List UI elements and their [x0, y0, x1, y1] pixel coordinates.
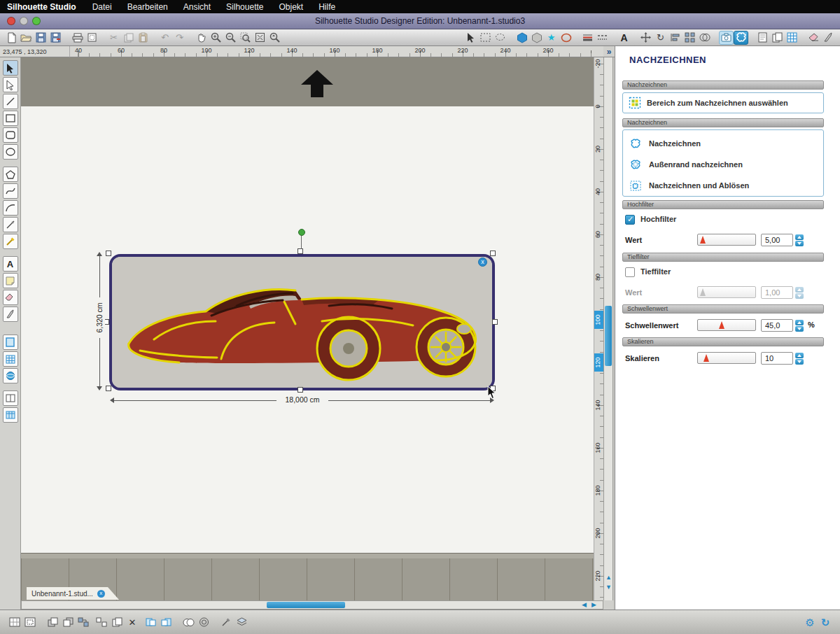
- rounded-rectangle-tool[interactable]: [3, 127, 18, 143]
- vertical-scrollbar[interactable]: ▲ ▼: [603, 57, 613, 600]
- hochfilter-checkbox[interactable]: [625, 215, 635, 225]
- effects-panel-button[interactable]: ★: [544, 31, 559, 45]
- trace-outer-edge-button[interactable]: Außenrand nachzeichnen: [630, 155, 816, 174]
- send-to-silhouette-button[interactable]: [3, 368, 18, 383]
- vertical-scrollbar-thumb[interactable]: [605, 306, 612, 366]
- library-grid-button[interactable]: [3, 407, 18, 423]
- copy-style-button[interactable]: [143, 615, 158, 629]
- shadow-panel-button[interactable]: [559, 31, 573, 45]
- ellipse-tool[interactable]: [3, 144, 18, 160]
- paste-button[interactable]: [136, 31, 150, 45]
- grid-panel-button[interactable]: [785, 31, 799, 45]
- rectangle-select-button[interactable]: [478, 31, 493, 45]
- save-as-button[interactable]: [48, 31, 63, 45]
- horizontal-scrollbar-thumb[interactable]: [267, 602, 345, 608]
- window-split-button[interactable]: [3, 390, 18, 406]
- selection-handle-e[interactable]: [492, 319, 498, 325]
- print-button[interactable]: [70, 31, 85, 45]
- selection-handle-ne[interactable]: [490, 251, 496, 256]
- arc-tool[interactable]: [3, 200, 18, 216]
- skalieren-slider[interactable]: [697, 352, 756, 364]
- tab-close-button[interactable]: x: [97, 590, 105, 598]
- replicate-panel-button[interactable]: [682, 31, 697, 45]
- menu-ansicht[interactable]: Ansicht: [176, 2, 218, 12]
- slider-marker[interactable]: [719, 321, 724, 329]
- menu-silhouette[interactable]: Silhouette: [218, 2, 271, 12]
- knife-button[interactable]: [821, 31, 836, 45]
- skalieren-field[interactable]: 10: [761, 352, 793, 365]
- eraser-button[interactable]: [806, 31, 821, 45]
- to-back-button[interactable]: [60, 615, 76, 629]
- hochfilter-wert-slider[interactable]: [697, 234, 756, 246]
- zoom-selection-button[interactable]: [238, 31, 253, 45]
- selected-image-frame[interactable]: [109, 254, 495, 390]
- preferences-gear-icon[interactable]: ⚙: [802, 615, 818, 629]
- delete-button[interactable]: ✕: [125, 615, 140, 629]
- group-button[interactable]: [76, 615, 91, 629]
- stepper-down-button[interactable]: [795, 241, 804, 246]
- pixscan-panel-button[interactable]: [719, 31, 734, 45]
- select-trace-area-button[interactable]: Bereich zum Nachzeichnen auswählen: [622, 92, 824, 113]
- panel-expand-button[interactable]: »: [603, 46, 615, 57]
- scroll-down-button[interactable]: ▼: [606, 584, 612, 591]
- select-all-button[interactable]: [7, 615, 22, 629]
- slider-marker[interactable]: [704, 354, 709, 362]
- layers-button[interactable]: [234, 615, 249, 629]
- note-tool[interactable]: [3, 273, 18, 288]
- trace-button[interactable]: Nachzeichnen: [630, 134, 816, 153]
- to-front-button[interactable]: [45, 615, 60, 629]
- fit-to-page-button[interactable]: [253, 31, 267, 45]
- rotation-handle[interactable]: [298, 229, 305, 236]
- line-color-panel-button[interactable]: [529, 31, 544, 45]
- ungroup-button[interactable]: [94, 615, 109, 629]
- selection-handle-s[interactable]: [298, 387, 303, 393]
- menu-hilfe[interactable]: Hilfe: [311, 2, 343, 12]
- schwellenwert-slider[interactable]: [697, 319, 756, 331]
- drag-zoom-button[interactable]: [267, 31, 282, 45]
- text-tool[interactable]: A: [3, 256, 18, 272]
- rotate-panel-button[interactable]: ↻: [653, 31, 668, 45]
- trace-panel-button[interactable]: [734, 31, 748, 45]
- new-document-button[interactable]: [4, 31, 19, 45]
- hochfilter-wert-field[interactable]: 5,00: [761, 234, 793, 246]
- transform-panel-button[interactable]: [638, 31, 653, 45]
- document-tab[interactable]: Unbenannt-1.stud... x: [27, 587, 120, 600]
- mat-settings-button[interactable]: [3, 351, 18, 367]
- freehand-tool[interactable]: [3, 217, 18, 232]
- stepper-up-button[interactable]: [795, 353, 804, 358]
- offset-button[interactable]: [196, 615, 211, 629]
- stepper-up-button[interactable]: [795, 320, 804, 325]
- selection-handle-n[interactable]: [298, 248, 303, 254]
- modify-point-button[interactable]: [218, 615, 234, 629]
- smooth-freehand-tool[interactable]: [3, 234, 18, 249]
- scroll-up-button[interactable]: ▲: [606, 574, 612, 581]
- weld-button[interactable]: [181, 615, 196, 629]
- rectangle-tool[interactable]: [3, 111, 18, 126]
- edit-points-tool[interactable]: [3, 77, 18, 92]
- scroll-left-button[interactable]: ◀: [582, 601, 587, 608]
- copy-button[interactable]: [121, 31, 136, 45]
- trace-and-detach-button[interactable]: Nachzeichnen und Ablösen: [630, 176, 816, 195]
- page-setup-button[interactable]: [85, 31, 99, 45]
- transform-button[interactable]: [22, 615, 38, 629]
- image-close-badge[interactable]: x: [478, 258, 487, 267]
- line-tool[interactable]: [3, 94, 18, 109]
- save-button[interactable]: [34, 31, 48, 45]
- sync-icon[interactable]: ↻: [818, 615, 833, 629]
- minimize-window-button[interactable]: [20, 17, 28, 25]
- line-style-panel-button[interactable]: [580, 31, 595, 45]
- open-button[interactable]: [19, 31, 34, 45]
- undo-button[interactable]: ↶: [158, 31, 172, 45]
- align-panel-button[interactable]: [668, 31, 682, 45]
- menu-bearbeiten[interactable]: Bearbeiten: [120, 2, 176, 12]
- lasso-select-button[interactable]: [493, 31, 507, 45]
- fill-color-panel-button[interactable]: [514, 31, 529, 45]
- zoom-out-button[interactable]: [223, 31, 238, 45]
- modify-panel-button[interactable]: [697, 31, 712, 45]
- cut-button[interactable]: ✂: [106, 31, 121, 45]
- paste-style-button[interactable]: [158, 615, 174, 629]
- menu-objekt[interactable]: Objekt: [271, 2, 311, 12]
- stepper-down-button[interactable]: [795, 326, 804, 332]
- dash-style-panel-button[interactable]: [595, 31, 610, 45]
- selection-handle-nw[interactable]: [106, 251, 111, 256]
